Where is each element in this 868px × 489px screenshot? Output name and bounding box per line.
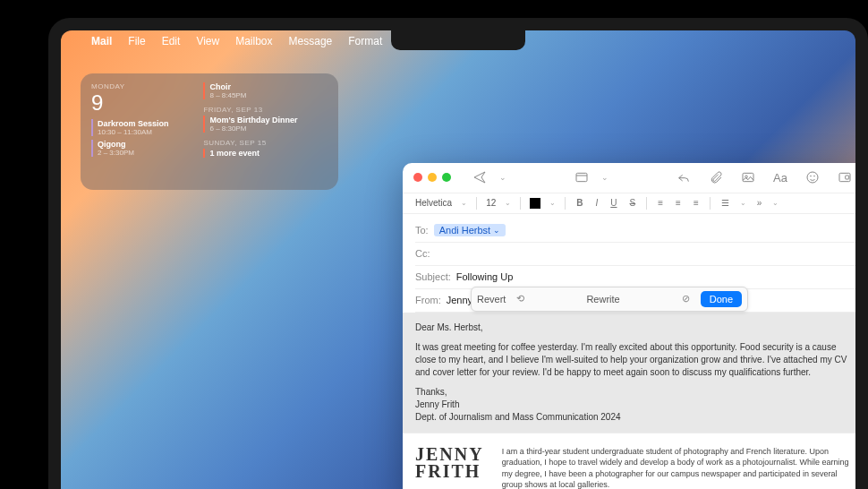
font-select[interactable]: Helvetica: [415, 198, 452, 208]
writing-tools-popup: Revert ⟲ Rewrite ⊘ Done: [471, 287, 748, 312]
menu-format[interactable]: Format: [348, 35, 382, 47]
underline-button[interactable]: U: [608, 198, 618, 208]
event-item: Mom's Birthday Dinner 6 – 8:30PM: [203, 116, 328, 133]
menubar-app[interactable]: Mail: [91, 35, 112, 47]
svg-rect-0: [576, 174, 587, 182]
align-right-icon[interactable]: ≡: [692, 198, 701, 208]
list-icon[interactable]: ☰: [719, 198, 731, 208]
link-preview-icon[interactable]: [832, 167, 855, 187]
svg-point-5: [814, 176, 815, 177]
event-item: Darkroom Session 10:30 – 11:30AM: [91, 119, 194, 136]
message-body[interactable]: Dear Ms. Herbst, It was great meeting fo…: [403, 313, 855, 433]
align-center-icon[interactable]: ≡: [674, 198, 683, 208]
svg-point-4: [811, 176, 812, 177]
menu-view[interactable]: View: [196, 35, 219, 47]
emoji-icon[interactable]: [800, 167, 825, 187]
format-icon[interactable]: Aa: [768, 167, 793, 187]
widget-day: MONDAY: [91, 82, 194, 90]
indent-icon[interactable]: »: [755, 198, 764, 208]
done-button[interactable]: Done: [701, 291, 742, 307]
chevron-down-icon[interactable]: ⌄: [499, 173, 506, 182]
event-item: Choir 8 – 8:45PM: [203, 82, 328, 99]
menu-file[interactable]: File: [128, 35, 145, 47]
svg-rect-7: [846, 176, 849, 179]
calendar-widget[interactable]: MONDAY 9 Darkroom Session 10:30 – 11:30A…: [81, 73, 338, 190]
italic-button[interactable]: I: [594, 198, 600, 208]
cc-field[interactable]: Cc:: [415, 243, 855, 266]
zoom-icon[interactable]: [442, 173, 451, 182]
reply-icon[interactable]: [671, 167, 696, 187]
format-bar: Helvetica ⌄ 12 ⌄ ⌄ B I U S ≡ ≡ ≡ ☰ ⌄: [403, 193, 855, 214]
from-field[interactable]: From: Jenny Fr Revert ⟲ Rewrite ⊘ Done: [415, 289, 855, 313]
mail-compose-window: ⌄ ⌄ Aa Helvetica ⌄ 12 ⌄ ⌄: [403, 163, 855, 489]
menu-mailbox[interactable]: Mailbox: [235, 35, 272, 47]
to-field[interactable]: To: Andi Herbst: [415, 219, 855, 243]
menu-message[interactable]: Message: [289, 35, 333, 47]
align-left-icon[interactable]: ≡: [656, 198, 665, 208]
attachment-preview[interactable]: JENNY FRITH I am a third-year student un…: [403, 433, 855, 489]
svg-point-3: [807, 172, 818, 183]
widget-date: 9: [91, 92, 194, 114]
send-icon[interactable]: [467, 167, 492, 187]
bold-button[interactable]: B: [574, 198, 584, 208]
event-item: 1 more event: [203, 149, 328, 158]
rewrite-button[interactable]: Rewrite: [534, 294, 671, 305]
event-item: Qigong 2 – 3:30PM: [91, 140, 194, 157]
close-icon[interactable]: [413, 173, 422, 182]
chevron-down-icon[interactable]: ⌄: [601, 173, 608, 182]
photo-icon[interactable]: [736, 167, 761, 187]
header-fields-icon[interactable]: [569, 167, 594, 187]
menu-edit[interactable]: Edit: [162, 35, 181, 47]
color-swatch[interactable]: [530, 198, 540, 209]
subject-field[interactable]: Subject: Following Up: [415, 266, 855, 289]
block-icon[interactable]: ⊘: [679, 292, 694, 306]
attach-icon[interactable]: [703, 167, 728, 187]
revert-button[interactable]: Revert: [477, 294, 506, 305]
size-select[interactable]: 12: [486, 198, 496, 208]
strike-button[interactable]: S: [628, 198, 638, 208]
revert-icon[interactable]: ⟲: [513, 292, 527, 306]
minimize-icon[interactable]: [428, 173, 437, 182]
recipient-chip[interactable]: Andi Herbst: [434, 224, 506, 236]
mail-toolbar: ⌄ ⌄ Aa: [403, 163, 855, 193]
